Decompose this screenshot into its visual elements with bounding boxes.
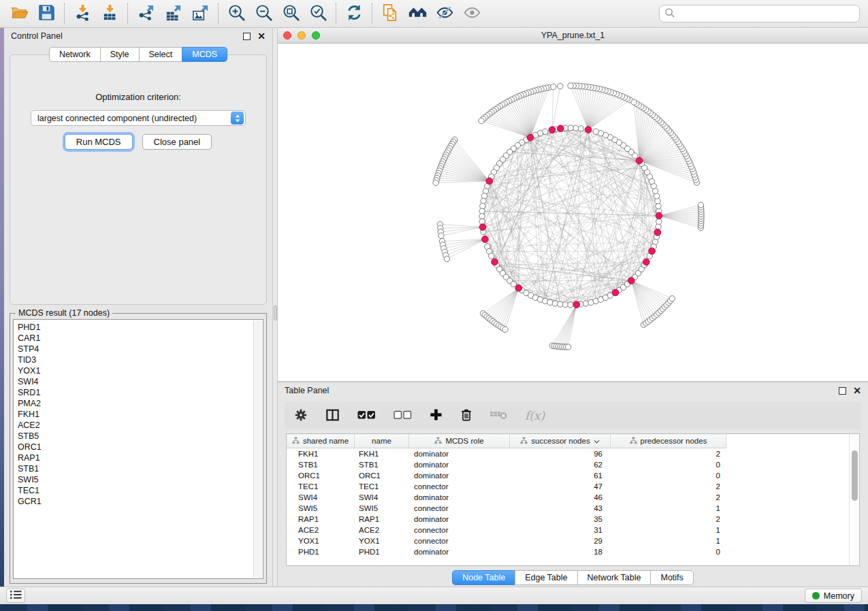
- mcds-result-item[interactable]: STB5: [18, 431, 263, 442]
- table-cell[interactable]: RAP1: [287, 514, 355, 525]
- table-row[interactable]: PHD1PHD1dominator180: [287, 546, 726, 557]
- zoom-out-button[interactable]: [250, 2, 277, 25]
- tab-style[interactable]: Style: [100, 47, 140, 62]
- table-cell[interactable]: TEC1: [287, 481, 355, 492]
- table-cell[interactable]: 46: [510, 492, 611, 503]
- mcds-result-item[interactable]: SRD1: [18, 387, 263, 398]
- open-file-button[interactable]: [5, 2, 33, 25]
- table-cell[interactable]: 1: [611, 535, 726, 546]
- table-cell[interactable]: connector: [409, 503, 510, 514]
- table-cell[interactable]: dominator: [409, 448, 510, 459]
- table-row[interactable]: ACE2ACE2connector311: [287, 525, 726, 535]
- function-builder-button[interactable]: f(x): [525, 409, 545, 423]
- network-view[interactable]: [278, 44, 868, 381]
- column-header-shared-name[interactable]: shared name: [287, 434, 355, 448]
- table-cell[interactable]: 2: [611, 514, 726, 525]
- mcds-result-item[interactable]: SWI4: [18, 376, 263, 387]
- table-row[interactable]: TEC1TEC1connector472: [287, 481, 726, 492]
- column-header-successor-nodes[interactable]: successor nodes: [510, 434, 611, 448]
- table-cell[interactable]: TEC1: [355, 481, 409, 492]
- tab-network-table[interactable]: Network Table: [577, 570, 652, 585]
- table-cell[interactable]: dominator: [409, 492, 510, 503]
- save-button[interactable]: [33, 2, 60, 25]
- table-cell[interactable]: 0: [611, 459, 726, 470]
- table-cell[interactable]: PHD1: [287, 546, 355, 557]
- table-row[interactable]: YOX1YOX1connector291: [287, 535, 726, 546]
- node-table[interactable]: shared namenameMCDS rolesuccessor nodesp…: [286, 433, 860, 566]
- table-cell[interactable]: 31: [510, 525, 611, 535]
- float-panel-icon[interactable]: [839, 387, 846, 395]
- zoom-in-button[interactable]: [223, 2, 250, 25]
- table-cell[interactable]: SWI5: [355, 503, 409, 514]
- table-cell[interactable]: 1: [611, 525, 726, 535]
- mcds-result-item[interactable]: STB1: [18, 463, 263, 474]
- mcds-result-item[interactable]: SWI5: [18, 474, 263, 485]
- table-cell[interactable]: YOX1: [287, 535, 355, 546]
- tab-node-table[interactable]: Node Table: [452, 570, 515, 585]
- import-network-button[interactable]: [69, 2, 96, 25]
- table-cell[interactable]: 0: [611, 470, 726, 481]
- mcds-result-item[interactable]: STP4: [18, 344, 263, 354]
- close-panel-icon[interactable]: ✕: [853, 386, 861, 395]
- table-cell[interactable]: SWI4: [287, 492, 355, 503]
- mcds-result-item[interactable]: ACE2: [18, 420, 263, 431]
- tab-motifs[interactable]: Motifs: [650, 570, 693, 585]
- splitter-grip[interactable]: [274, 306, 277, 320]
- table-scrollbar-thumb[interactable]: [852, 450, 858, 501]
- table-cell[interactable]: RAP1: [355, 514, 409, 525]
- table-cell[interactable]: 1: [611, 503, 726, 514]
- clear-table-button[interactable]: [490, 410, 507, 423]
- table-cell[interactable]: 43: [510, 503, 611, 514]
- add-column-button[interactable]: [430, 408, 443, 423]
- table-cell[interactable]: 35: [510, 514, 611, 525]
- mcds-result-item[interactable]: GCR1: [18, 496, 263, 507]
- search-field[interactable]: [659, 5, 860, 22]
- refresh-button[interactable]: [340, 2, 368, 25]
- table-row[interactable]: SWI4SWI4dominator462: [287, 492, 726, 503]
- table-cell[interactable]: ACE2: [355, 525, 409, 535]
- search-input[interactable]: [678, 9, 854, 19]
- table-cell[interactable]: SWI5: [287, 503, 355, 514]
- table-row[interactable]: STB1STB1dominator620: [287, 459, 726, 470]
- show-selected-button[interactable]: [458, 2, 485, 25]
- home-button[interactable]: [404, 2, 431, 25]
- import-table-button[interactable]: [96, 2, 123, 25]
- delete-column-button[interactable]: [460, 408, 472, 424]
- table-cell[interactable]: dominator: [409, 514, 510, 525]
- mcds-result-item[interactable]: TID3: [18, 354, 263, 365]
- table-cell[interactable]: connector: [409, 535, 510, 546]
- mcds-result-item[interactable]: ORC1: [18, 442, 263, 452]
- table-row[interactable]: FKH1FKH1dominator962: [287, 448, 726, 459]
- table-cell[interactable]: ORC1: [287, 470, 355, 481]
- vertical-splitter[interactable]: [272, 28, 278, 587]
- table-cell[interactable]: STB1: [287, 459, 355, 470]
- split-columns-button[interactable]: [325, 408, 340, 424]
- task-history-button[interactable]: [6, 589, 25, 603]
- tab-mcds[interactable]: MCDS: [182, 47, 227, 62]
- column-header-predecessor-nodes[interactable]: predecessor nodes: [611, 434, 726, 448]
- table-cell[interactable]: 62: [510, 459, 611, 470]
- table-cell[interactable]: dominator: [409, 546, 510, 557]
- table-cell[interactable]: 2: [611, 492, 726, 503]
- export-image-button[interactable]: [187, 2, 214, 25]
- export-network-button[interactable]: [132, 2, 159, 25]
- network-window-titlebar[interactable]: YPA_prune.txt_1: [278, 28, 868, 44]
- hide-selected-button[interactable]: [431, 2, 458, 25]
- table-cell[interactable]: 96: [510, 448, 611, 459]
- table-cell[interactable]: PHD1: [355, 546, 409, 557]
- deselect-all-button[interactable]: [393, 410, 412, 422]
- mcds-result-list[interactable]: PHD1CAR1STP4TID3YOX1SWI4SRD1PMA2FKH1ACE2…: [13, 319, 263, 579]
- table-cell[interactable]: 29: [510, 535, 611, 546]
- table-cell[interactable]: connector: [409, 525, 510, 535]
- table-scrollbar[interactable]: [849, 434, 859, 565]
- gear-button[interactable]: [294, 408, 308, 424]
- table-cell[interactable]: 2: [611, 481, 726, 492]
- run-mcds-button[interactable]: Run MCDS: [65, 134, 133, 150]
- mcds-result-item[interactable]: PMA2: [18, 398, 263, 409]
- mcds-result-item[interactable]: YOX1: [18, 365, 263, 376]
- zoom-fit-button[interactable]: [277, 2, 304, 25]
- table-cell[interactable]: dominator: [409, 470, 510, 481]
- mcds-result-item[interactable]: TEC1: [18, 485, 263, 496]
- table-cell[interactable]: 2: [611, 448, 726, 459]
- table-cell[interactable]: ORC1: [355, 470, 409, 481]
